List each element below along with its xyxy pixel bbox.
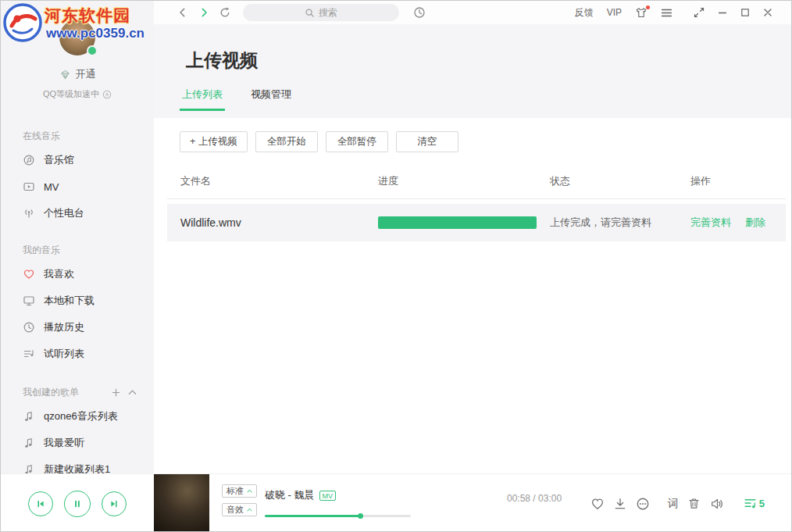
- collapse-playlists-icon[interactable]: [128, 389, 137, 395]
- pause-all-button[interactable]: 全部暂停: [326, 131, 388, 152]
- user-avatar-wrap: [59, 20, 95, 55]
- close-button[interactable]: [763, 8, 772, 17]
- avatar-status-badge: [87, 45, 98, 56]
- forward-button[interactable]: [198, 7, 209, 18]
- back-button[interactable]: [177, 7, 188, 18]
- sidebar-item-my-favorites[interactable]: 我喜欢: [1, 261, 154, 287]
- listen-history-button[interactable]: [413, 6, 426, 19]
- qq-level-row[interactable]: QQ等级加速中: [1, 88, 154, 100]
- mini-mode-button[interactable]: [694, 7, 705, 18]
- sound-effect-select[interactable]: 音效: [222, 503, 257, 516]
- sidebar-item-music-hall[interactable]: 音乐馆: [1, 147, 154, 173]
- mini-mode-icon: [694, 7, 705, 18]
- mv-badge[interactable]: MV: [319, 491, 337, 501]
- maximize-icon: [740, 8, 750, 17]
- upload-video-button[interactable]: + 上传视频: [180, 131, 248, 152]
- sidebar-item-mv[interactable]: MV: [1, 173, 154, 200]
- pause-icon: [72, 498, 83, 509]
- sidebar-item-personal-radio[interactable]: 个性电台: [1, 200, 154, 227]
- feedback-button[interactable]: 反馈: [575, 6, 594, 20]
- note-icon: [23, 437, 35, 449]
- download-button[interactable]: [613, 497, 627, 511]
- time-display: 00:58 / 03:00: [507, 493, 562, 504]
- playlist-count: 5: [759, 498, 765, 509]
- delete-track-button[interactable]: [687, 497, 701, 510]
- favorite-icon: [590, 497, 605, 511]
- volume-button[interactable]: [710, 497, 724, 511]
- table-row: Wildlife.wmv 上传完成，请完善资料 完善资料 删除: [167, 204, 786, 241]
- previous-track-button[interactable]: [28, 491, 53, 516]
- playlist-button[interactable]: 5: [744, 497, 765, 510]
- more-options-button[interactable]: [636, 497, 650, 511]
- qq-level-label: QQ等级加速中: [43, 88, 99, 100]
- section-title-row: 我创建的歌单: [1, 386, 154, 398]
- favorite-button[interactable]: [590, 497, 605, 511]
- player-icon-group: 词 5: [590, 474, 765, 532]
- seek-bar[interactable]: [265, 515, 411, 517]
- monitor-icon: [23, 295, 35, 307]
- radio-icon: [23, 207, 35, 220]
- section-title: 在线音乐: [1, 130, 154, 142]
- header-operation: 操作: [690, 174, 786, 188]
- quality-label: 标准: [227, 485, 244, 497]
- download-icon: [613, 497, 627, 511]
- add-playlist-icon[interactable]: [112, 388, 120, 397]
- start-all-button[interactable]: 全部开始: [255, 131, 318, 152]
- clear-button[interactable]: 清空: [396, 131, 458, 152]
- sidebar-item-audition-list[interactable]: 试听列表: [1, 341, 154, 367]
- quality-controls: 标准 音效: [222, 484, 257, 516]
- refresh-button[interactable]: [219, 7, 230, 18]
- toolbar-right-group: 反馈 VIP: [575, 6, 772, 20]
- track-title[interactable]: 破晓 - 魏晨: [265, 488, 315, 502]
- table-header: 文件名 进度 状态 操作: [167, 163, 786, 199]
- main-menu-button[interactable]: [661, 8, 672, 18]
- tab-upload-list[interactable]: 上传列表: [180, 87, 225, 111]
- sidebar-item-playlist-qzone6[interactable]: qzone6音乐列表: [1, 403, 154, 430]
- notification-dot: [646, 5, 650, 9]
- header-status: 状态: [550, 174, 690, 188]
- next-track-button[interactable]: [102, 491, 127, 516]
- list-icon: [23, 348, 35, 360]
- menu-icon: [661, 8, 672, 18]
- sidebar-item-label: 播放历史: [44, 320, 84, 334]
- cell-actions: 完善资料 删除: [690, 216, 786, 230]
- upload-content: + 上传视频 全部开始 全部暂停 清空 文件名 进度 状态 操作 Wildlif…: [154, 118, 792, 473]
- minimize-button[interactable]: [718, 8, 727, 17]
- skin-button[interactable]: [635, 7, 648, 19]
- quality-select[interactable]: 标准: [222, 484, 257, 498]
- seek-knob[interactable]: [358, 513, 363, 519]
- album-art[interactable]: [154, 474, 209, 532]
- volume-icon: [710, 497, 724, 511]
- lyrics-button[interactable]: 词: [668, 497, 679, 511]
- section-title: 我创建的歌单: [23, 386, 79, 399]
- sidebar-item-playlist-favorites[interactable]: 我最爱听: [1, 430, 154, 456]
- sidebar-item-playlist-new-collection[interactable]: 新建收藏列表1: [1, 456, 154, 473]
- delete-link[interactable]: 删除: [745, 216, 765, 230]
- action-buttons: + 上传视频 全部开始 全部暂停 清空: [180, 131, 792, 152]
- tab-video-management[interactable]: 视频管理: [248, 87, 294, 111]
- diamond-icon: [59, 70, 71, 80]
- maximize-button[interactable]: [740, 8, 750, 17]
- section-my-playlists: 我创建的歌单 qzone6音乐列表: [1, 386, 154, 473]
- cell-status: 上传完成，请完善资料: [550, 216, 690, 230]
- open-vip-button[interactable]: 开通: [1, 67, 154, 81]
- heart-icon: [23, 268, 35, 280]
- sidebar-item-play-history[interactable]: 播放历史: [1, 314, 154, 341]
- sidebar-item-label: qzone6音乐列表: [44, 409, 118, 423]
- more-icon: [636, 497, 650, 511]
- refresh-icon: [219, 7, 230, 18]
- qq-music-window: 河东软件园 www.pc0359.cn 开通 QQ等级加速中 在线音乐: [0, 0, 792, 532]
- tabs: 上传列表 视频管理: [180, 87, 294, 111]
- nav-buttons: [177, 7, 230, 18]
- sidebar-item-local-downloads[interactable]: 本地和下载: [1, 287, 154, 314]
- chevron-up-icon: [247, 489, 252, 493]
- seek-fill: [265, 515, 361, 517]
- note-icon: [23, 410, 35, 423]
- search-input[interactable]: 搜索: [243, 4, 399, 21]
- close-icon: [763, 8, 772, 17]
- complete-info-link[interactable]: 完善资料: [690, 216, 731, 230]
- player-bar: 标准 音效 破晓 - 魏晨 MV 00:58 / 03:00: [154, 473, 792, 532]
- chevron-up-icon: [247, 508, 252, 512]
- pause-button[interactable]: [64, 491, 91, 517]
- vip-button[interactable]: VIP: [607, 7, 622, 18]
